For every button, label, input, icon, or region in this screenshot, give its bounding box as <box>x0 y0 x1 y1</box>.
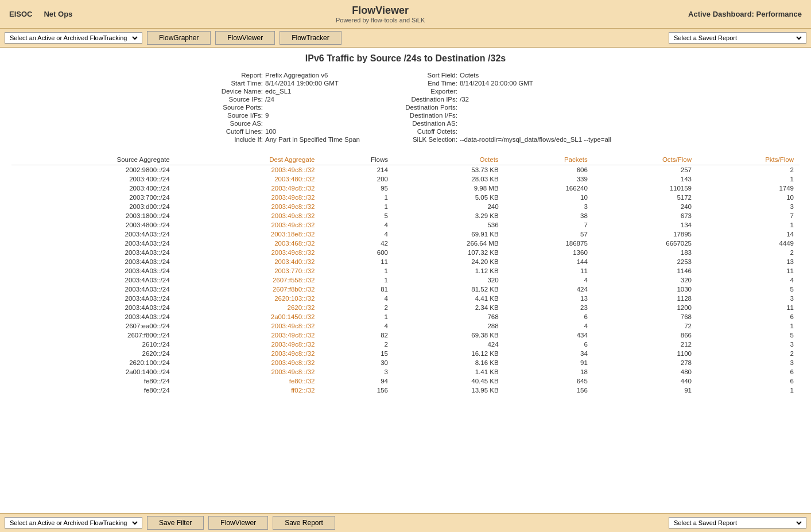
meta-label: Destination Ports: <box>394 104 457 111</box>
table-cell: 3.29 KB <box>394 211 505 220</box>
meta-row: Start Time:8/14/2014 19:00:00 GMT <box>200 80 360 87</box>
meta-left: Report:Prefix Aggregation v6Start Time:8… <box>200 72 360 143</box>
table-cell: ff02::/32 <box>176 386 321 395</box>
table-cell: 4 <box>505 321 593 331</box>
table-row: 2003:400::/242003:49c8::/32959.98 MB1662… <box>11 184 800 193</box>
flow-tracking-select-top[interactable]: Select an Active or Archived FlowTrackin… <box>7 34 139 42</box>
column-header: Packets <box>505 154 593 165</box>
table-cell: 156 <box>320 386 393 395</box>
flowviewer-footer-button[interactable]: FlowViewer <box>208 516 268 530</box>
table-cell: 3 <box>697 202 800 211</box>
flowgrapher-button[interactable]: FlowGrapher <box>147 31 211 45</box>
meta-label: Start Time: <box>200 80 263 87</box>
meta-value: Octets <box>460 72 479 79</box>
table-cell: 107.32 KB <box>394 248 505 257</box>
table-cell: 1030 <box>593 285 697 294</box>
eisoc-link[interactable]: EISOC <box>9 10 32 18</box>
table-cell: 23 <box>505 303 593 312</box>
flowviewer-button[interactable]: FlowViewer <box>215 31 275 45</box>
meta-label: Device Name: <box>200 88 263 95</box>
table-cell: 81 <box>320 285 393 294</box>
table-cell: 1 <box>320 202 393 211</box>
table-cell: 4 <box>320 230 393 239</box>
table-cell: 1 <box>320 312 393 321</box>
table-cell: 38 <box>505 211 593 220</box>
table-cell: 2003:4A03::/24 <box>11 312 176 321</box>
table-cell: 2620:100::/24 <box>11 358 176 367</box>
table-cell: 1 <box>697 386 800 395</box>
table-row: 2003:4A03::/242620:103::/3244.41 KB13112… <box>11 294 800 303</box>
flow-tracking-select-bottom[interactable]: Select an Active or Archived FlowTrackin… <box>7 519 139 527</box>
table-cell: 606 <box>505 165 593 175</box>
saved-report-select-bottom[interactable]: Select a Saved Report <box>672 519 804 527</box>
saved-report-select-top[interactable]: Select a Saved Report <box>672 34 804 42</box>
table-row: 2607:f800::/242003:49c8::/328269.38 KB43… <box>11 331 800 340</box>
table-row: 2620:100::/242003:49c8::/32308.16 KB9127… <box>11 358 800 367</box>
table-cell: 2003:400::/24 <box>11 184 176 193</box>
table-cell: 13 <box>697 257 800 266</box>
table-cell: 768 <box>593 312 697 321</box>
meta-label: Cutoff Lines: <box>200 128 263 135</box>
flow-tracking-dropdown-bottom[interactable]: Select an Active or Archived FlowTrackin… <box>5 517 142 529</box>
table-cell: fe80::/32 <box>176 376 321 386</box>
table-row: fe80::/24fe80::/329440.45 KB6454406 <box>11 376 800 386</box>
flow-tracking-dropdown-top[interactable]: Select an Active or Archived FlowTrackin… <box>5 32 142 44</box>
table-cell: 81.52 KB <box>394 285 505 294</box>
saved-report-dropdown-bottom[interactable]: Select a Saved Report <box>669 517 806 529</box>
table-row: 2003:400::/242003:480::/3220028.03 KB339… <box>11 174 800 184</box>
meta-row: End Time:8/14/2014 20:00:00 GMT <box>394 80 611 87</box>
table-row: 2003:4A03::/242003:4d0::/321124.20 KB144… <box>11 257 800 266</box>
table-cell: 5172 <box>593 193 697 202</box>
table-cell: 2003:49c8::/32 <box>176 367 321 376</box>
table-cell: 1 <box>697 174 800 184</box>
table-cell: 600 <box>320 248 393 257</box>
saved-report-dropdown-top[interactable]: Select a Saved Report <box>669 32 806 44</box>
table-cell: 1 <box>320 266 393 275</box>
netops-link[interactable]: Net Ops <box>44 10 72 18</box>
flowtracker-button[interactable]: FlowTracker <box>280 31 342 45</box>
meta-row: SiLK Selection:--data-rootdir=/mysql_dat… <box>394 136 611 143</box>
table-cell: 2003:49c8::/32 <box>176 211 321 220</box>
column-header: Source Aggregate <box>11 154 176 165</box>
meta-row: Device Name:edc_SL1 <box>200 88 360 95</box>
table-cell: 2003:4A03::/24 <box>11 303 176 312</box>
table-cell: 2003:49c8::/32 <box>176 202 321 211</box>
table-cell: 3 <box>505 202 593 211</box>
table-cell: 8.16 KB <box>394 358 505 367</box>
meta-label: Destination IPs: <box>394 96 457 103</box>
table-cell: 2a00:1400::/24 <box>11 367 176 376</box>
table-cell: 2 <box>697 248 800 257</box>
table-cell: 134 <box>593 220 697 230</box>
meta-row: Destination Ports: <box>394 104 611 111</box>
table-cell: 11 <box>697 266 800 275</box>
table-cell: 82 <box>320 331 393 340</box>
table-cell: 200 <box>320 174 393 184</box>
table-cell: 288 <box>394 321 505 331</box>
meta-row: Source Ports: <box>200 104 360 111</box>
active-dashboard-label: Active Dashboard: Performance <box>688 10 802 18</box>
table-cell: 214 <box>320 165 393 175</box>
save-report-button[interactable]: Save Report <box>273 516 335 530</box>
table-cell: 15 <box>320 349 393 358</box>
header-center: FlowViewer Powered by flow-tools and SiL… <box>72 5 688 24</box>
report-title: IPv6 Traffic by Source /24s to Destinati… <box>11 53 800 64</box>
table-cell: 2003:49c8::/32 <box>176 321 321 331</box>
table-cell: 2607:ea00::/24 <box>11 321 176 331</box>
column-header: Pkts/Flow <box>697 154 800 165</box>
table-cell: 13 <box>505 294 593 303</box>
header-bar: EISOC Net Ops FlowViewer Powered by flow… <box>0 0 811 29</box>
meta-row: Report:Prefix Aggregation v6 <box>200 72 360 79</box>
table-cell: 14 <box>697 230 800 239</box>
table-cell: 2003:4d0::/32 <box>176 257 321 266</box>
table-row: 2003:700::/242003:49c8::/3215.05 KB10517… <box>11 193 800 202</box>
table-cell: 2.34 KB <box>394 303 505 312</box>
table-cell: 57 <box>505 230 593 239</box>
table-cell: 2003:770::/32 <box>176 266 321 275</box>
column-header: Octs/Flow <box>593 154 697 165</box>
meta-label: Destination I/Fs: <box>394 112 457 119</box>
table-cell: 1 <box>697 220 800 230</box>
table-cell: 2a00:1450::/32 <box>176 312 321 321</box>
save-filter-button[interactable]: Save Filter <box>147 516 204 530</box>
table-cell: 2003:4A03::/24 <box>11 248 176 257</box>
table-cell: 4 <box>320 220 393 230</box>
